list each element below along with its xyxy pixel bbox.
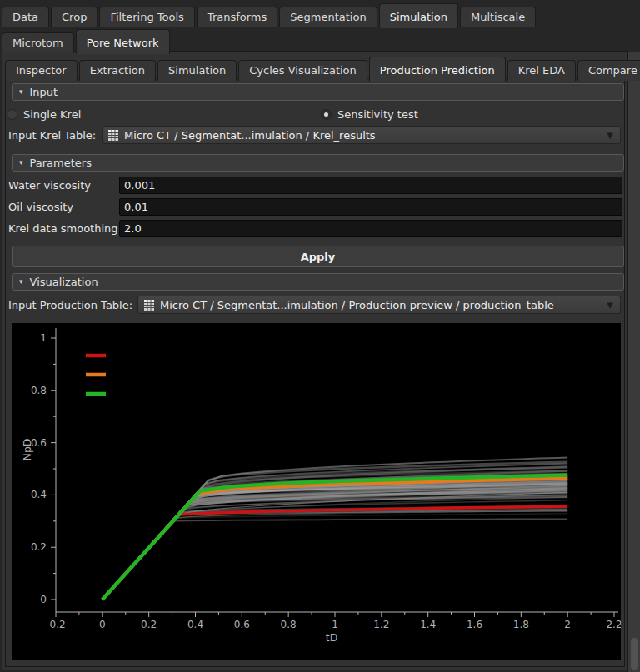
tab-simulation[interactable]: Simulation: [379, 3, 458, 28]
radio-circle-icon[interactable]: [7, 109, 18, 120]
input-section-title: Input: [30, 83, 58, 101]
svg-text:0.8: 0.8: [281, 619, 297, 630]
app-window: DataCropFiltering ToolsTransformsSegment…: [0, 0, 640, 672]
svg-text:1.6: 1.6: [467, 619, 482, 630]
visualization-section-title: Visualization: [30, 273, 98, 291]
collapse-triangle-icon: ▾: [19, 159, 23, 167]
apply-button[interactable]: Apply: [12, 246, 624, 267]
svg-text:0.8: 0.8: [31, 385, 47, 396]
svg-text:NpD: NpD: [21, 439, 33, 461]
tab-segmentation[interactable]: Segmentation: [279, 7, 377, 27]
svg-text:0: 0: [99, 619, 106, 630]
radio-circle-checked-icon[interactable]: [321, 109, 332, 120]
svg-text:1.8: 1.8: [513, 619, 529, 630]
krel-smoothing-label: Krel data smoothing: [8, 220, 118, 237]
parameters-section-header[interactable]: ▾ Parameters: [12, 154, 624, 172]
category-tab-bar: MicrotomPore Network: [2, 29, 172, 53]
visualization-section-header[interactable]: ▾ Visualization: [12, 273, 624, 291]
svg-text:2: 2: [564, 619, 571, 630]
tab-filtering-tools[interactable]: Filtering Tools: [99, 7, 194, 27]
tab-production-prediction[interactable]: Production Prediction: [369, 57, 506, 82]
input-section-header[interactable]: ▾ Input: [12, 83, 624, 101]
svg-text:tD: tD: [326, 631, 338, 644]
tab-pore-network[interactable]: Pore Network: [76, 29, 170, 54]
svg-text:1: 1: [40, 332, 47, 344]
radio-single-krel-label: Single Krel: [23, 108, 81, 121]
tab-data[interactable]: Data: [2, 7, 49, 27]
scrollbar-thumb[interactable]: [631, 638, 638, 670]
production-table-label: Input Production Table:: [8, 296, 132, 314]
tab-crop[interactable]: Crop: [51, 7, 98, 27]
svg-text:0.6: 0.6: [234, 619, 250, 630]
tab-microtom[interactable]: Microtom: [2, 32, 74, 53]
production-table-value: Micro CT / Segmentat...imulation / Produ…: [160, 299, 602, 311]
production-chart: -0.200.20.40.60.811.21.41.61.822.200.20.…: [12, 323, 621, 660]
tab-krel-eda[interactable]: Krel EDA: [508, 60, 576, 81]
tab-multiscale[interactable]: Multiscale: [460, 7, 536, 27]
water-viscosity-field[interactable]: [119, 177, 622, 194]
krel-smoothing-field[interactable]: [119, 220, 622, 237]
table-icon: [143, 299, 155, 311]
tab-extraction[interactable]: Extraction: [79, 60, 156, 81]
dropdown-arrow-icon: ▼: [607, 131, 613, 140]
collapse-triangle-icon: ▾: [19, 88, 23, 96]
svg-text:0.4: 0.4: [188, 619, 203, 630]
svg-text:0: 0: [40, 594, 47, 605]
oil-viscosity-field[interactable]: [119, 198, 622, 216]
tab-transforms[interactable]: Transforms: [197, 7, 278, 27]
tab-inspector[interactable]: Inspector: [5, 60, 78, 81]
tab-compare-models[interactable]: Compare Models: [578, 60, 640, 81]
svg-text:-0.2: -0.2: [46, 619, 65, 630]
svg-text:0.2: 0.2: [31, 541, 47, 553]
radio-single-krel[interactable]: Single Krel: [7, 108, 81, 121]
dropdown-arrow-icon: ▼: [607, 301, 613, 310]
module-tab-bar: DataCropFiltering ToolsTransformsSegment…: [2, 3, 538, 27]
krel-table-label: Input Krel Table:: [8, 127, 96, 144]
table-icon: [108, 129, 119, 142]
krel-table-combobox[interactable]: Micro CT / Segmentat...imulation / Krel_…: [102, 126, 621, 144]
svg-text:0.4: 0.4: [31, 489, 47, 500]
production-table-combobox[interactable]: Micro CT / Segmentat...imulation / Produ…: [138, 296, 621, 314]
tab-simulation[interactable]: Simulation: [158, 60, 237, 81]
svg-text:1.2: 1.2: [373, 619, 389, 630]
tab-cycles-visualization[interactable]: Cycles Visualization: [238, 60, 368, 81]
parameters-section-title: Parameters: [30, 154, 92, 172]
collapse-triangle-icon: ▾: [19, 278, 23, 286]
radio-sensitivity-test[interactable]: Sensitivity test: [321, 108, 418, 121]
production-chart-canvas: -0.200.20.40.60.811.21.41.61.822.200.20.…: [12, 323, 621, 660]
scrollbar[interactable]: [628, 52, 640, 672]
svg-text:2.2: 2.2: [606, 619, 621, 630]
water-viscosity-label: Water viscosity: [8, 177, 91, 194]
oil-viscosity-label: Oil viscosity: [8, 198, 73, 216]
radio-sensitivity-test-label: Sensitivity test: [338, 108, 418, 121]
svg-text:0.2: 0.2: [141, 619, 157, 630]
svg-text:1.4: 1.4: [420, 619, 436, 630]
krel-table-value: Micro CT / Segmentat...imulation / Krel_…: [124, 129, 602, 142]
section-tab-bar: InspectorExtractionSimulationCycles Visu…: [5, 57, 640, 81]
svg-text:1: 1: [332, 619, 338, 630]
